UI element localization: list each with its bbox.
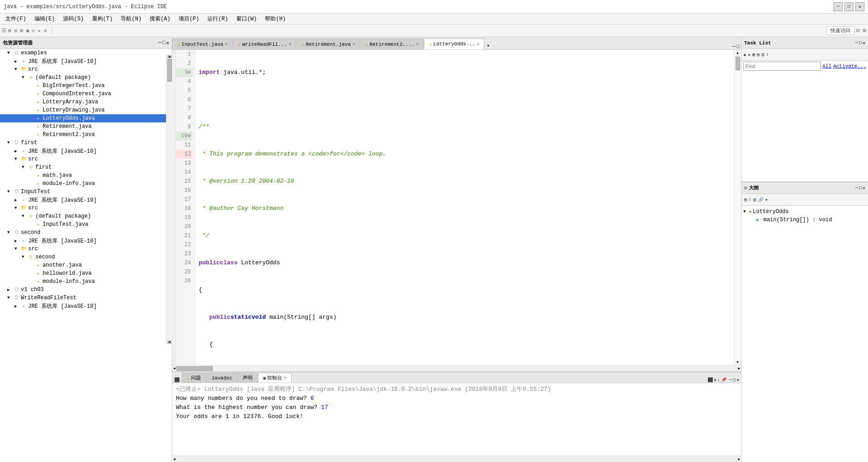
all-link[interactable]: All (823, 63, 832, 69)
activate-link[interactable]: Activate... (833, 63, 866, 69)
tab-declaration[interactable]: 声明 (238, 373, 258, 383)
tree-item-biginteger[interactable]: ▶ ☕ BigIntegerTest.java (0, 82, 172, 90)
task-list-icons[interactable]: ─ □ ✕ (855, 40, 865, 46)
console-hscrollbar[interactable]: ◀ ▶ (172, 456, 741, 462)
outline-maximize-icon[interactable]: □ (859, 185, 862, 191)
tab-close-icon[interactable]: ✕ (225, 42, 227, 47)
tree-item-default-package[interactable]: ▼ ◻ (default package) (0, 73, 172, 82)
outline-link-icon[interactable]: 🔗 (757, 196, 764, 204)
tree-item-second-pkg[interactable]: ▼ ◻ second (0, 253, 172, 261)
tl-deselect-icon[interactable]: ⊟ (757, 52, 760, 58)
tab-retirement[interactable]: ☕ Retirement.java ✕ (297, 39, 360, 49)
outline-close-icon[interactable]: ✕ (863, 185, 865, 191)
scroll-up-arrow[interactable]: ▲ (736, 50, 740, 56)
tab-writeread[interactable]: ☕ WriteReadFil... ✕ (233, 39, 296, 49)
tab-close-icon[interactable]: ✕ (289, 42, 291, 47)
overview-ruler[interactable]: ▲ ▼ (734, 50, 741, 365)
tree-item-src-second[interactable]: ▼ 📁 src (0, 245, 172, 253)
bp-maximize-icon[interactable]: □ (733, 378, 736, 383)
tree-item-examples[interactable]: ▼ ⬡ examples (0, 49, 172, 57)
tab-console[interactable]: ▣ 控制台 ✕ (258, 373, 291, 383)
tree-item-math[interactable]: ▶ ☕ math.java (0, 171, 172, 180)
outline-filter-icon[interactable]: ⊡ (752, 196, 757, 204)
outline-sort-icon[interactable]: ↕ (748, 196, 752, 203)
scroll-thumb[interactable] (736, 57, 740, 70)
maximize-button[interactable]: □ (844, 2, 853, 11)
tl-filter-icon[interactable]: ⊡ (761, 52, 764, 58)
console-hscroll-right[interactable]: ▶ (737, 457, 741, 461)
tree-item-jre-second[interactable]: ▶ ☕ JRE 系统库 [JavaSE-10] (0, 237, 172, 245)
editor-maximize-icon[interactable]: □ (736, 44, 739, 49)
tree-item-first-pkg[interactable]: ▼ ◻ first (0, 163, 172, 171)
tree-item-retirement2[interactable]: ▶ ☕ Retirement2.java (0, 131, 172, 139)
outline-minimize-icon[interactable]: ─ (855, 185, 858, 191)
tab-lotteryodds[interactable]: ☕ LotteryOdds... ✕ (424, 39, 484, 49)
outline-toolbar[interactable]: ⊟ ↕ ⊡ 🔗 ▾ (741, 194, 868, 206)
tree-item-second[interactable]: ▼ ⬡ second (0, 229, 172, 237)
menu-item[interactable]: 导航(N) (117, 14, 145, 24)
tab-javadoc[interactable]: Javadoc (206, 373, 237, 383)
pe-maximize-icon[interactable]: □ (162, 40, 166, 46)
menu-item[interactable]: 编辑(E) (31, 14, 59, 24)
tab-close-icon[interactable]: ✕ (352, 42, 355, 47)
tree-item-jre-write[interactable]: ▶ ☕ JRE 系统库 [JavaSE-10] (0, 302, 172, 310)
close-button[interactable]: ✕ (855, 2, 864, 11)
tab-inputtest[interactable]: ☕ InputTest.java ✕ (172, 39, 233, 49)
tree-item-src-inputtest[interactable]: ▼ 📁 src (0, 204, 172, 212)
package-explorer-icons[interactable]: ─ □ ✕ (158, 40, 169, 46)
pe-minimize-icon[interactable]: ─ (158, 40, 161, 46)
tab-close-icon[interactable]: ✕ (284, 375, 286, 380)
hscroll-left-arrow[interactable]: ◀ (172, 366, 176, 370)
console-hscroll-left[interactable]: ◀ (172, 457, 176, 461)
tab-close-icon[interactable]: ✕ (416, 42, 419, 47)
tree-item-default-inputtest[interactable]: ▼ ◻ (default package) (0, 212, 172, 220)
tl-minimize-icon[interactable]: ─ (855, 40, 858, 46)
menu-item[interactable]: 窗口(W) (233, 14, 261, 24)
editor-header-icons[interactable]: ─ □ (731, 44, 741, 49)
tree-item-inputtest-java[interactable]: ▶ ☕ InputTest.java (0, 220, 172, 229)
tl-add-icon[interactable]: ✚ (743, 52, 746, 58)
editor-hscrollbar[interactable]: ◀ ▶ (172, 365, 741, 371)
outline-icons[interactable]: ─ □ ✕ (855, 185, 865, 191)
tree-item-inputtest-project[interactable]: ▼ ⬡ InputTest (0, 188, 172, 196)
tree-item-v1ch03[interactable]: ▶ ⬡ v1 ch03 (0, 286, 172, 294)
tree-item-first[interactable]: ▼ ⬡ first (0, 139, 172, 147)
bp-close-icon[interactable]: ✕ (736, 377, 739, 383)
bottom-panel-controls[interactable]: ⬛ ✕ ↓ 📌 ─ □ ✕ (706, 377, 741, 383)
code-editor[interactable]: 1 2 3⊕ 4 5 6 7 8 9 10⊕ 11 12 13 (176, 50, 734, 365)
tree-item-writereadfiletest[interactable]: ▼ ⬡ WriteReadFileTest (0, 294, 172, 302)
tl-maximize-icon[interactable]: □ (859, 40, 862, 46)
menu-item[interactable]: 重构(T) (88, 14, 117, 24)
outline-collapse-icon[interactable]: ⊟ (743, 196, 748, 204)
tree-item-compoundinterest[interactable]: ▶ ☕ CompoundInterest.java (0, 90, 172, 98)
tl-select-all-icon[interactable]: ⊞ (752, 52, 755, 58)
tree-item-lotteryarray[interactable]: ▶ ☕ LotteryArray.java (0, 98, 172, 106)
code-lines[interactable]: import java.util.*; /** * This program d… (195, 50, 734, 365)
tree-item-retirement[interactable]: ▶ ☕ Retirement.java (0, 122, 172, 131)
tree-item-lotteryodds[interactable]: ▶ ☕ LotteryOdds.java (0, 114, 172, 122)
tree-item-module-info-second[interactable]: ▶ ☕ module-info.java (0, 277, 172, 286)
outline-more-icon[interactable]: ▾ (764, 196, 769, 204)
tl-delete-icon[interactable]: ✕ (748, 52, 751, 58)
tab-retirement2[interactable]: ☕ Retirement2.... ✕ (361, 39, 424, 49)
tree-item-lotterydrawing[interactable]: ▶ ☕ LotteryDrawing.java (0, 106, 172, 114)
menu-item[interactable]: 文件(F) (2, 14, 30, 24)
pe-close-icon[interactable]: ✕ (166, 40, 169, 46)
bp-minimize-icon[interactable]: ─ (729, 378, 732, 383)
outline-item-lotteryodds[interactable]: ▼ ◈ LotteryOdds (743, 208, 866, 216)
menu-item[interactable]: 搜索(A) (146, 14, 174, 24)
window-controls[interactable]: ─ □ ✕ (834, 2, 864, 11)
tree-item-helloworld[interactable]: ▶ ☕ helloworld.java (0, 269, 172, 277)
scroll-down-arrow[interactable]: ▼ (736, 359, 740, 365)
bp-scroll-icon[interactable]: ↓ (717, 378, 720, 383)
outline-item-main[interactable]: ▶ ◉ ˢ main(String[]) : void (743, 216, 866, 224)
find-input[interactable] (743, 62, 821, 71)
editor-minimize-icon[interactable]: ─ (732, 44, 736, 49)
tree-item-src-first[interactable]: ▼ 📁 src (0, 155, 172, 163)
tree-item-jre-first[interactable]: ▶ ☕ JRE 系统库 [JavaSE-10] (0, 147, 172, 155)
tree-item-src-examples[interactable]: ▼ 📁 src (0, 65, 172, 73)
bp-pin-icon[interactable]: 📌 (721, 377, 727, 383)
tab-problems[interactable]: ⚠ 问题 (182, 373, 206, 383)
tl-sort-icon[interactable]: ↕ (766, 52, 769, 57)
hscroll-right-arrow[interactable]: ▶ (737, 366, 741, 370)
